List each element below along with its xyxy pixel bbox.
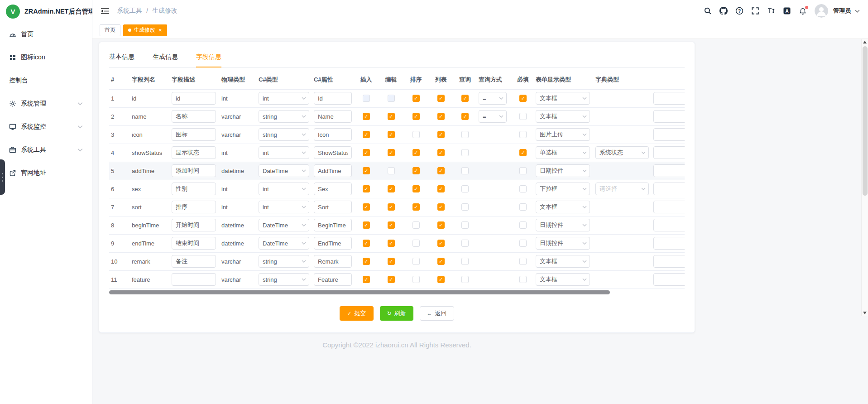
query-method-select[interactable]: = xyxy=(479,92,507,105)
sidebar-item-system-tools[interactable]: 系统工具 xyxy=(0,138,92,161)
query-checkbox[interactable]: ✓ xyxy=(461,113,469,120)
vertical-scrollbar-thumb[interactable] xyxy=(863,46,868,196)
sidebar-collapse-icon[interactable] xyxy=(101,8,110,14)
tab-tag-1[interactable]: 生成修改× xyxy=(123,24,167,36)
edit-checkbox[interactable]: ✓ xyxy=(388,203,395,211)
insert-checkbox[interactable]: ✓ xyxy=(363,240,370,247)
csharp-type-select[interactable]: int xyxy=(259,183,309,195)
csharp-property-input[interactable] xyxy=(314,183,352,195)
description-input[interactable] xyxy=(172,110,216,123)
list-checkbox[interactable]: ✓ xyxy=(437,167,445,174)
required-checkbox[interactable] xyxy=(519,276,527,283)
edit-checkbox[interactable]: ✓ xyxy=(388,149,395,156)
extra-input[interactable] xyxy=(653,164,685,177)
required-checkbox[interactable] xyxy=(519,131,527,138)
edit-checkbox[interactable]: ✓ xyxy=(388,221,395,229)
sort-checkbox[interactable] xyxy=(412,240,420,247)
csharp-property-input[interactable] xyxy=(314,237,352,250)
insert-checkbox[interactable]: ✓ xyxy=(363,167,370,174)
required-checkbox[interactable] xyxy=(519,167,527,174)
list-checkbox[interactable]: ✓ xyxy=(437,131,445,138)
description-input[interactable] xyxy=(172,237,216,250)
required-checkbox[interactable] xyxy=(519,203,527,211)
sidebar-item-system-manage[interactable]: 系统管理 xyxy=(0,92,92,115)
edit-checkbox[interactable]: ✓ xyxy=(388,185,395,192)
required-checkbox[interactable] xyxy=(519,258,527,265)
required-checkbox[interactable] xyxy=(519,113,527,120)
extra-input[interactable] xyxy=(653,110,685,123)
query-checkbox[interactable] xyxy=(461,240,469,247)
tab-基本信息[interactable]: 基本信息 xyxy=(109,49,134,67)
required-checkbox[interactable]: ✓ xyxy=(519,149,527,156)
csharp-type-select[interactable]: DateTime xyxy=(259,164,309,177)
submit-button[interactable]: ✓ 提交 xyxy=(340,306,373,321)
csharp-type-select[interactable]: string xyxy=(259,273,309,286)
query-checkbox[interactable] xyxy=(461,149,469,156)
list-checkbox[interactable]: ✓ xyxy=(437,276,445,283)
sort-checkbox[interactable] xyxy=(412,131,420,138)
insert-checkbox[interactable]: ✓ xyxy=(363,149,370,156)
insert-checkbox[interactable] xyxy=(363,95,370,102)
breadcrumb-item[interactable]: 系统工具 xyxy=(117,7,142,15)
horizontal-scrollbar-thumb[interactable] xyxy=(109,290,610,294)
edit-checkbox[interactable] xyxy=(388,95,395,102)
extra-input[interactable] xyxy=(653,92,685,105)
insert-checkbox[interactable]: ✓ xyxy=(363,131,370,138)
dict-type-select[interactable]: 系统状态 xyxy=(595,146,649,159)
tab-生成信息[interactable]: 生成信息 xyxy=(153,49,178,67)
sort-checkbox[interactable] xyxy=(412,221,420,229)
required-checkbox[interactable] xyxy=(519,240,527,247)
description-input[interactable] xyxy=(172,128,216,141)
display-type-select[interactable]: 图片上传 xyxy=(536,128,590,141)
language-icon[interactable]: A xyxy=(783,7,791,15)
query-checkbox[interactable] xyxy=(461,258,469,265)
extra-input[interactable] xyxy=(653,219,685,231)
description-input[interactable] xyxy=(172,146,216,159)
extra-input[interactable] xyxy=(653,201,685,213)
sidebar-item-system-monitor[interactable]: 系统监控 xyxy=(0,115,92,138)
csharp-property-input[interactable] xyxy=(314,201,352,213)
extra-input[interactable] xyxy=(653,146,685,159)
chevron-down-icon[interactable] xyxy=(855,10,860,13)
description-input[interactable] xyxy=(172,255,216,268)
description-input[interactable] xyxy=(172,201,216,213)
csharp-property-input[interactable] xyxy=(314,219,352,231)
query-checkbox[interactable] xyxy=(461,131,469,138)
dict-type-select[interactable]: 请选择 xyxy=(595,183,649,195)
sort-checkbox[interactable]: ✓ xyxy=(412,113,420,120)
insert-checkbox[interactable]: ✓ xyxy=(363,221,370,229)
display-type-select[interactable]: 文本框 xyxy=(536,201,590,213)
list-checkbox[interactable]: ✓ xyxy=(437,203,445,211)
sort-checkbox[interactable]: ✓ xyxy=(412,95,420,102)
user-name[interactable]: 管理员 xyxy=(833,7,851,15)
avatar[interactable] xyxy=(815,4,828,18)
edit-checkbox[interactable]: ✓ xyxy=(388,113,395,120)
required-checkbox[interactable] xyxy=(519,185,527,192)
display-type-select[interactable]: 文本框 xyxy=(536,92,590,105)
refresh-button[interactable]: ↻ 刷新 xyxy=(380,306,413,321)
query-method-select[interactable]: = xyxy=(479,110,507,123)
csharp-type-select[interactable]: int xyxy=(259,92,309,105)
csharp-property-input[interactable] xyxy=(314,146,352,159)
query-checkbox[interactable] xyxy=(461,203,469,211)
sort-checkbox[interactable]: ✓ xyxy=(412,185,420,192)
csharp-property-input[interactable] xyxy=(314,164,352,177)
extra-input[interactable] xyxy=(653,183,685,195)
csharp-type-select[interactable]: DateTime xyxy=(259,219,309,231)
search-icon[interactable] xyxy=(704,7,712,15)
scroll-up-arrow[interactable] xyxy=(863,41,867,43)
sidebar-item-console[interactable]: 控制台 xyxy=(0,69,92,92)
bell-icon[interactable] xyxy=(799,7,807,15)
query-checkbox[interactable] xyxy=(461,221,469,229)
insert-checkbox[interactable]: ✓ xyxy=(363,258,370,265)
query-checkbox[interactable]: ✓ xyxy=(461,95,469,102)
edit-checkbox[interactable]: ✓ xyxy=(388,240,395,247)
list-checkbox[interactable]: ✓ xyxy=(437,149,445,156)
list-checkbox[interactable]: ✓ xyxy=(437,185,445,192)
csharp-type-select[interactable]: int xyxy=(259,146,309,159)
back-button[interactable]: ← 返回 xyxy=(420,306,454,321)
display-type-select[interactable]: 文本框 xyxy=(536,273,590,286)
sort-checkbox[interactable]: ✓ xyxy=(412,203,420,211)
sort-checkbox[interactable]: ✓ xyxy=(412,149,420,156)
close-icon[interactable]: × xyxy=(158,27,162,33)
